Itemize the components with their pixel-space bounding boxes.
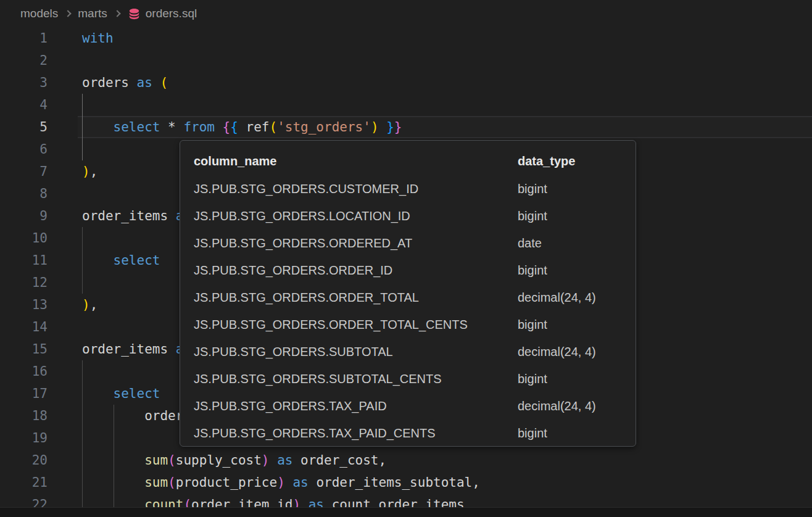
line-number[interactable]: 7 (0, 160, 48, 183)
line-number[interactable]: 20 (0, 449, 48, 471)
line-number[interactable]: 10 (0, 227, 48, 249)
code-line[interactable] (82, 49, 812, 72)
popup-table-row: JS.PUB.STG_ORDERS.SUBTOTAL_CENTSbigint (180, 365, 636, 392)
database-icon (127, 7, 141, 21)
code-line[interactable]: with (82, 27, 812, 49)
line-number[interactable]: 9 (0, 205, 48, 227)
code-token (215, 120, 223, 134)
code-token: select (114, 253, 160, 268)
code-token (285, 475, 293, 490)
code-token: , (90, 164, 98, 179)
code-token: 'stg_orders' (277, 120, 371, 134)
code-token (82, 120, 114, 134)
code-token: orders (82, 75, 137, 90)
breadcrumb-item-marts[interactable]: marts (78, 7, 107, 20)
chevron-right-icon (65, 10, 72, 17)
popup-column-header-type: data_type (518, 154, 636, 168)
line-number[interactable]: 13 (0, 294, 48, 316)
line-number[interactable]: 11 (0, 249, 48, 271)
line-number[interactable]: 2 (0, 49, 48, 72)
popup-cell-data-type: decimal(24, 4) (518, 291, 636, 305)
code-token: ) (262, 453, 270, 468)
code-token: } (394, 120, 402, 134)
line-number[interactable]: 3 (0, 72, 48, 94)
popup-cell-column-name: JS.PUB.STG_ORDERS.ORDER_ID (194, 263, 518, 278)
code-token: } (386, 120, 394, 134)
code-token: ref (238, 120, 270, 134)
popup-cell-column-name: JS.PUB.STG_ORDERS.TAX_PAID_CENTS (194, 426, 518, 440)
popup-cell-data-type: decimal(24, 4) (518, 399, 636, 413)
popup-cell-column-name: JS.PUB.STG_ORDERS.SUBTOTAL_CENTS (194, 372, 518, 386)
code-token: ) (82, 297, 90, 312)
code-token: sum (144, 453, 168, 468)
code-token: as (137, 75, 152, 90)
chevron-right-icon (114, 10, 120, 17)
breadcrumb: models marts orders.sql (0, 0, 812, 27)
code-token: from (183, 120, 215, 134)
code-token: supply_cost (176, 453, 262, 468)
popup-cell-column-name: JS.PUB.STG_ORDERS.ORDER_TOTAL_CENTS (194, 318, 518, 332)
popup-cell-column-name: JS.PUB.STG_ORDERS.ORDER_TOTAL (194, 291, 518, 305)
code-token: ( (168, 453, 176, 468)
code-token: ) (371, 120, 379, 134)
popup-cell-column-name: JS.PUB.STG_ORDERS.ORDERED_AT (194, 236, 518, 250)
code-token: product_price (176, 475, 277, 490)
gutter[interactable]: 12345678910111213141516171819202122 (0, 27, 48, 516)
popup-header-row: column_name data_type (180, 147, 636, 175)
popup-cell-column-name: JS.PUB.STG_ORDERS.CUSTOMER_ID (194, 182, 518, 196)
code-token: ( (168, 475, 176, 490)
line-number[interactable]: 4 (0, 94, 48, 116)
line-number[interactable]: 1 (0, 27, 48, 49)
line-number[interactable]: 6 (0, 138, 48, 160)
code-token (82, 386, 114, 401)
popup-cell-data-type: bigint (518, 426, 636, 440)
code-token (379, 120, 387, 134)
code-line[interactable]: orders as ( (82, 72, 812, 94)
code-token: with (82, 31, 114, 46)
indent-guide (114, 405, 114, 507)
popup-table-row: JS.PUB.STG_ORDERS.TAX_PAIDdecimal(24, 4) (180, 392, 636, 420)
code-token (269, 453, 277, 468)
popup-table-row: JS.PUB.STG_ORDERS.ORDER_TOTAL_CENTSbigin… (180, 311, 636, 338)
line-number[interactable]: 18 (0, 405, 48, 427)
line-number[interactable]: 14 (0, 316, 48, 338)
code-line[interactable]: sum(product_price) as order_items_subtot… (82, 471, 812, 494)
code-token: as (292, 475, 308, 490)
popup-column-header-name: column_name (194, 154, 518, 168)
code-line[interactable]: select * from {{ ref('stg_orders') }} (82, 116, 812, 138)
breadcrumb-item-file[interactable]: orders.sql (127, 7, 197, 21)
popup-table-row: JS.PUB.STG_ORDERS.ORDER_TOTALdecimal(24,… (180, 284, 636, 311)
code-line[interactable]: sum(supply_cost) as order_cost, (82, 449, 812, 471)
line-number[interactable]: 16 (0, 360, 48, 383)
popup-table-row: JS.PUB.STG_ORDERS.TAX_PAID_CENTSbigint (180, 420, 636, 447)
popup-cell-data-type: decimal(24, 4) (518, 345, 636, 359)
line-number[interactable]: 5 (0, 116, 48, 138)
line-number[interactable]: 21 (0, 471, 48, 494)
code-token: , (90, 297, 98, 312)
code-token (82, 253, 114, 268)
code-token: { (230, 120, 238, 134)
code-token: ( (270, 120, 278, 134)
line-number[interactable]: 8 (0, 183, 48, 205)
breadcrumb-item-models[interactable]: models (20, 7, 58, 20)
popup-table-row: JS.PUB.STG_ORDERS.ORDER_IDbigint (180, 257, 636, 284)
code-token: sum (144, 475, 168, 490)
popup-cell-data-type: bigint (518, 263, 636, 278)
popup-cell-data-type: bigint (518, 209, 636, 223)
code-token: * (160, 120, 183, 134)
indent-guide (82, 360, 83, 507)
breadcrumb-file-name: orders.sql (146, 7, 197, 20)
line-number[interactable]: 19 (0, 427, 48, 449)
indent-guide (82, 94, 83, 160)
popup-cell-column-name: JS.PUB.STG_ORDERS.TAX_PAID (194, 399, 518, 413)
code-token: as (277, 453, 292, 468)
line-number[interactable]: 15 (0, 338, 48, 360)
code-token: { (223, 120, 231, 134)
code-line[interactable] (82, 94, 812, 116)
code-token: ( (160, 75, 168, 90)
line-number[interactable]: 17 (0, 383, 48, 405)
line-number[interactable]: 12 (0, 271, 48, 294)
popup-cell-data-type: bigint (518, 318, 636, 332)
code-token: order_items (82, 342, 176, 357)
popup-table-row: JS.PUB.STG_ORDERS.ORDERED_ATdate (180, 230, 636, 257)
